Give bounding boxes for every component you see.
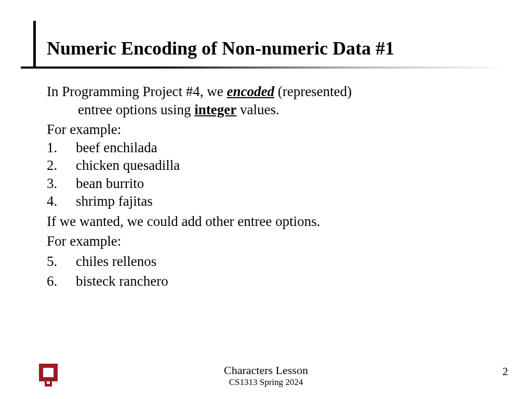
list-number: 3. bbox=[47, 175, 76, 193]
list-text: chicken quesadilla bbox=[76, 156, 180, 175]
for-example-2: For example: bbox=[47, 232, 494, 250]
add-more-text: If we wanted, we could add other entree … bbox=[47, 212, 494, 231]
list-text: chiles rellenos bbox=[76, 252, 156, 271]
intro-line2: entree options using integer values. bbox=[47, 101, 494, 119]
slide: Numeric Encoding of Non-numeric Data #1 … bbox=[0, 0, 532, 399]
list-item: 3. bean burrito bbox=[47, 175, 494, 193]
list-text: bisteck ranchero bbox=[76, 272, 168, 290]
list-item: 1. beef enchilada bbox=[47, 139, 494, 157]
intro-line2-b: values. bbox=[236, 102, 279, 117]
intro-emph-encoded: encoded bbox=[227, 84, 274, 99]
slide-title: Numeric Encoding of Non-numeric Data #1 bbox=[47, 37, 514, 59]
title-vertical-rule bbox=[33, 21, 36, 69]
list-number: 5. bbox=[47, 252, 76, 271]
title-horizontal-rule bbox=[21, 66, 509, 69]
intro-text-b: (represented) bbox=[274, 84, 352, 99]
footer-course: CS1313 Spring 2024 bbox=[0, 377, 532, 388]
for-example-1: For example: bbox=[47, 121, 494, 139]
list-item: 6. bisteck ranchero bbox=[47, 272, 494, 290]
list-number: 4. bbox=[47, 192, 76, 210]
list-number: 2. bbox=[47, 156, 76, 175]
list-text: beef enchilada bbox=[76, 139, 157, 157]
list-number: 6. bbox=[47, 272, 76, 290]
list-text: bean burrito bbox=[76, 175, 144, 193]
list-text: shrimp fajitas bbox=[76, 192, 153, 210]
footer-lesson: Characters Lesson bbox=[0, 364, 532, 377]
list-item: 5. chiles rellenos bbox=[47, 252, 494, 271]
slide-footer: Characters Lesson CS1313 Spring 2024 bbox=[0, 364, 532, 388]
list-item: 2. chicken quesadilla bbox=[47, 156, 494, 175]
intro-integer: integer bbox=[194, 102, 236, 117]
slide-body: In Programming Project #4, we encoded (r… bbox=[47, 81, 494, 290]
intro-paragraph: In Programming Project #4, we encoded (r… bbox=[47, 83, 494, 118]
intro-line2-a: entree options using bbox=[78, 102, 194, 117]
page-number: 2 bbox=[502, 365, 508, 378]
list-number: 1. bbox=[47, 139, 76, 157]
intro-text-a: In Programming Project #4, we bbox=[47, 84, 227, 99]
list-item: 4. shrimp fajitas bbox=[47, 192, 494, 210]
